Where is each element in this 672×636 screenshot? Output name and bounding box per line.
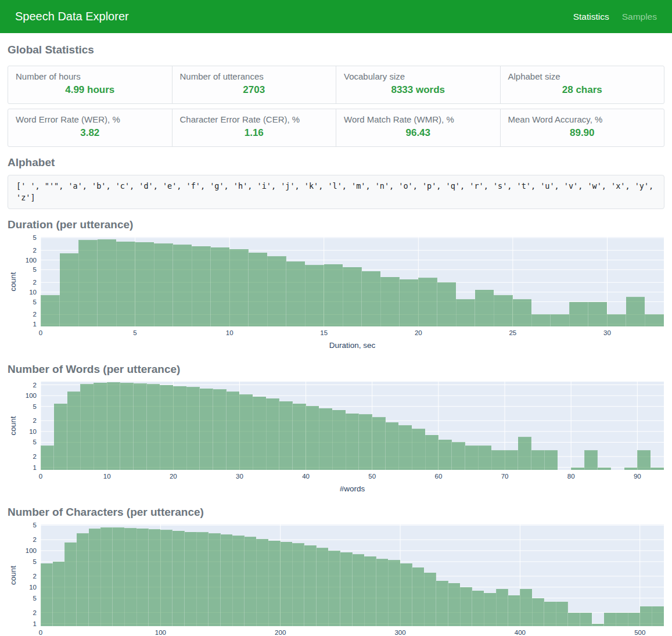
histogram-bar[interactable] [281,541,293,626]
histogram-bar[interactable] [472,590,484,626]
histogram-bar[interactable] [452,442,465,470]
histogram-bar[interactable] [134,383,147,470]
histogram-bar[interactable] [53,561,65,626]
words-histogram[interactable]: 125102510020102030405060708090#wordscoun… [8,379,664,497]
histogram-bar[interactable] [607,314,626,326]
histogram-bar[interactable] [286,261,306,326]
histogram-bar[interactable] [192,246,211,326]
histogram-bar[interactable] [209,533,221,626]
histogram-bar[interactable] [305,265,324,326]
histogram-bar[interactable] [398,425,412,470]
histogram-bar[interactable] [364,556,376,626]
histogram-bar[interactable] [64,542,77,626]
histogram-bar[interactable] [637,450,651,470]
histogram-bar[interactable] [400,563,412,626]
histogram-bar[interactable] [89,529,101,626]
histogram-bar[interactable] [54,403,67,469]
histogram-bar[interactable] [626,297,645,326]
histogram-bar[interactable] [332,409,346,469]
histogram-bar[interactable] [412,567,425,626]
histogram-bar[interactable] [359,414,372,470]
histogram-bar[interactable] [571,467,584,469]
histogram-bar[interactable] [173,530,185,626]
histogram-bar[interactable] [306,405,319,469]
histogram-bar[interactable] [380,276,400,326]
histogram-bar[interactable] [292,543,304,626]
histogram-bar[interactable] [652,606,664,626]
histogram-bar[interactable] [279,401,293,469]
histogram-bar[interactable] [304,545,317,626]
histogram-bar[interactable] [98,239,117,326]
histogram-bar[interactable] [41,563,53,626]
histogram-bar[interactable] [439,439,452,469]
histogram-bar[interactable] [456,299,475,326]
histogram-bar[interactable] [160,530,173,626]
histogram-bar[interactable] [508,595,520,626]
histogram-bar[interactable] [211,247,230,326]
histogram-bar[interactable] [41,295,60,326]
histogram-bar[interactable] [60,253,79,326]
histogram-bar[interactable] [120,383,134,470]
histogram-bar[interactable] [484,592,496,626]
histogram-bar[interactable] [346,413,359,469]
histogram-bar[interactable] [317,548,329,626]
histogram-bar[interactable] [491,450,505,470]
histogram-bar[interactable] [640,606,652,626]
histogram-bar[interactable] [353,554,365,626]
histogram-bar[interactable] [319,408,332,469]
histogram-bar[interactable] [592,623,604,626]
histogram-bar[interactable] [213,389,227,470]
histogram-bar[interactable] [628,612,640,626]
histogram-bar[interactable] [412,429,425,470]
histogram-bar[interactable] [343,267,362,326]
histogram-bar[interactable] [173,245,192,326]
histogram-bar[interactable] [328,551,340,626]
histogram-bar[interactable] [584,450,598,470]
histogram-bar[interactable] [239,394,253,469]
histogram-bar[interactable] [448,583,461,626]
histogram-bar[interactable] [266,398,279,469]
histogram-bar[interactable] [545,450,558,470]
histogram-bar[interactable] [376,559,389,626]
histogram-bar[interactable] [588,301,608,326]
histogram-bar[interactable] [478,445,491,470]
histogram-bar[interactable] [41,445,54,470]
histogram-bar[interactable] [107,382,120,470]
histogram-bar[interactable] [645,314,664,326]
histogram-bar[interactable] [267,256,286,326]
histogram-bar[interactable] [249,252,268,326]
histogram-bar[interactable] [227,391,240,470]
histogram-bar[interactable] [568,612,580,626]
histogram-bar[interactable] [505,450,518,470]
histogram-bar[interactable] [124,528,136,626]
histogram-bar[interactable] [229,249,249,326]
histogram-bar[interactable] [437,282,457,326]
histogram-bar[interactable] [580,612,592,626]
histogram-bar[interactable] [94,382,107,469]
histogram-bar[interactable] [200,388,213,469]
histogram-bar[interactable] [149,529,161,626]
histogram-bar[interactable] [494,295,513,326]
histogram-bar[interactable] [531,314,551,326]
histogram-bar[interactable] [598,467,611,469]
histogram-bar[interactable] [67,391,81,470]
histogram-bar[interactable] [173,386,186,469]
histogram-bar[interactable] [80,384,94,470]
histogram-bar[interactable] [616,612,628,626]
histogram-bar[interactable] [531,450,545,470]
histogram-bar[interactable] [232,536,245,626]
histogram-bar[interactable] [245,537,257,626]
histogram-bar[interactable] [513,299,532,326]
histogram-bar[interactable] [372,417,386,470]
histogram-bar[interactable] [78,240,98,326]
histogram-bar[interactable] [196,532,209,626]
histogram-bar[interactable] [362,271,381,326]
histogram-bar[interactable] [185,531,197,626]
histogram-bar[interactable] [324,264,343,326]
histogram-bar[interactable] [100,527,113,626]
histogram-bar[interactable] [518,437,531,470]
histogram-bar[interactable] [147,384,160,470]
histogram-bar[interactable] [388,560,400,626]
histogram-bar[interactable] [136,528,149,626]
histogram-bar[interactable] [651,467,664,469]
